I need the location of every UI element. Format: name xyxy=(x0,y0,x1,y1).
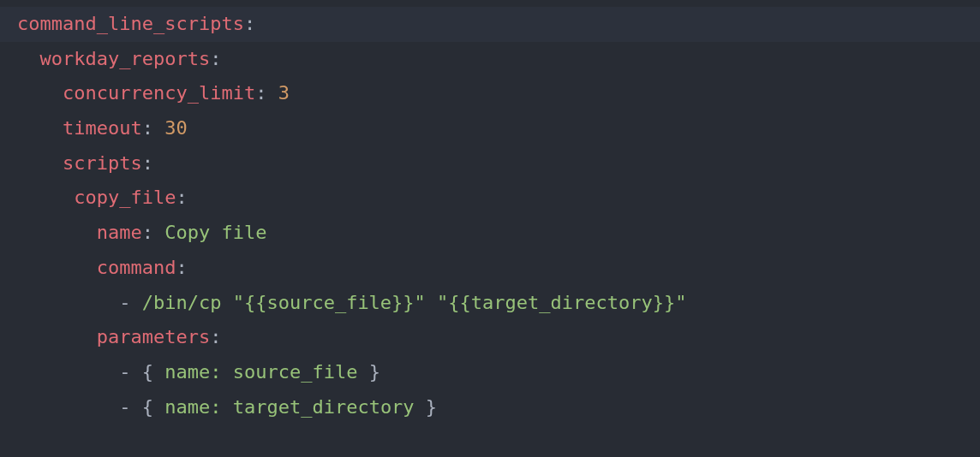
code-token-dash: - xyxy=(119,292,142,313)
code-line: - { name: target_directory } xyxy=(0,390,980,425)
code-token-colon: : xyxy=(142,222,165,243)
code-line: workday_reports: xyxy=(0,42,980,77)
code-line: name: Copy file xyxy=(0,216,980,251)
code-line: copy_file: xyxy=(0,181,980,216)
code-editor[interactable]: command_line_scripts: workday_reports: c… xyxy=(0,7,980,424)
code-token-number: 3 xyxy=(278,82,290,104)
code-token-dash: - xyxy=(119,361,142,383)
code-token-key: command_line_scripts xyxy=(17,13,244,34)
code-token-key: parameters xyxy=(97,326,210,347)
code-token-brace: { xyxy=(142,396,165,418)
code-line: scripts: xyxy=(0,146,980,181)
code-line: command_line_scripts: xyxy=(0,7,980,42)
code-line: parameters: xyxy=(0,320,980,355)
code-token-colon: : xyxy=(244,13,255,34)
code-token-colon: : xyxy=(176,187,187,208)
code-token-string: name: target_directory xyxy=(164,396,414,418)
code-line: command: xyxy=(0,251,980,286)
code-token-key: workday_reports xyxy=(40,48,211,69)
code-token-colon: : xyxy=(210,48,221,69)
code-token-number: 30 xyxy=(164,117,188,139)
code-token-key: command xyxy=(97,257,176,278)
code-token-key: timeout xyxy=(63,117,142,139)
code-token-brace: } xyxy=(415,396,438,418)
code-line: - /bin/cp "{{source_file}}" "{{target_di… xyxy=(0,286,980,321)
code-token-colon: : xyxy=(142,117,165,139)
code-token-key: name xyxy=(97,222,142,243)
code-token-key: concurrency_limit xyxy=(63,82,255,104)
code-line: concurrency_limit: 3 xyxy=(0,76,980,111)
code-token-key: copy_file xyxy=(74,187,176,208)
code-line: - { name: source_file } xyxy=(0,355,980,390)
code-token-brace: } xyxy=(357,361,380,383)
code-token-colon: : xyxy=(142,152,153,174)
code-token-string: Copy file xyxy=(164,222,266,243)
code-token-colon: : xyxy=(210,326,221,347)
code-token-string: /bin/cp "{{source_file}}" "{{target_dire… xyxy=(142,292,687,313)
code-token-string: name: source_file xyxy=(164,361,357,383)
code-token-brace: { xyxy=(142,361,165,383)
code-line: timeout: 30 xyxy=(0,111,980,146)
code-token-dash: - xyxy=(119,396,142,418)
code-token-key: scripts xyxy=(63,152,142,174)
code-token-colon: : xyxy=(255,82,278,104)
code-token-colon: : xyxy=(176,257,187,278)
